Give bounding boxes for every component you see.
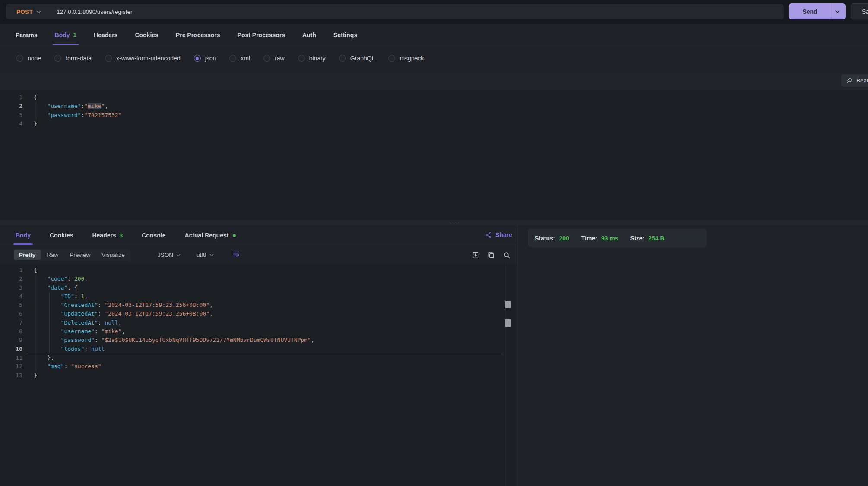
- code-line: 2 "username":"mike",: [0, 102, 868, 110]
- view-pretty[interactable]: Pretty: [14, 250, 41, 260]
- status-dot-icon: [233, 234, 236, 237]
- code-line: 4}: [0, 120, 868, 128]
- tab-response-cookies[interactable]: Cookies: [50, 225, 73, 245]
- radio-binary[interactable]: binary: [298, 55, 326, 62]
- code-line: 12 "msg": "success": [0, 362, 517, 371]
- code-text: }: [34, 120, 37, 128]
- line-number: 4: [0, 292, 22, 301]
- method-select[interactable]: POST: [6, 9, 49, 15]
- radio-graphql[interactable]: GraphQL: [339, 55, 375, 62]
- size-label: Size:: [630, 235, 645, 242]
- body-count-badge: 1: [73, 32, 77, 38]
- line-number: 1: [0, 93, 22, 102]
- send-button[interactable]: Send: [789, 3, 846, 19]
- code-text: },: [34, 353, 54, 362]
- chevron-down-icon: [36, 10, 41, 13]
- divider: [0, 245, 517, 245]
- tab-pre-processors[interactable]: Pre Processors: [176, 24, 220, 45]
- request-url-bar: POST 127.0.0.1:8090/users/register Send …: [0, 0, 868, 24]
- beautify-icon: [846, 77, 853, 84]
- code-text: "msg": "success": [34, 362, 101, 371]
- radio-icon: [339, 55, 346, 62]
- url-text[interactable]: 127.0.0.1:8090/users/register: [57, 9, 133, 15]
- save-label: Save: [862, 8, 868, 15]
- radio-json[interactable]: json: [194, 55, 216, 62]
- beautify-button[interactable]: Beautify: [841, 74, 868, 87]
- tab-post-processors[interactable]: Post Processors: [238, 24, 285, 45]
- line-number: 4: [0, 120, 22, 128]
- scrollbar-marker[interactable]: [505, 301, 511, 308]
- request-editor-toolbar: [0, 71, 868, 90]
- line-number: 1: [0, 266, 22, 275]
- code-line: 10 "todos": null: [0, 345, 517, 353]
- line-number: 6: [0, 309, 22, 318]
- line-number: 13: [0, 371, 22, 380]
- code-text: "ID": 1,: [34, 292, 88, 301]
- code-text: }: [34, 371, 37, 380]
- view-preview[interactable]: Preview: [64, 250, 95, 260]
- time-label: Time:: [581, 235, 597, 242]
- chevron-down-icon[interactable]: [835, 10, 840, 13]
- view-raw[interactable]: Raw: [41, 250, 63, 260]
- code-text: "CreatedAt": "2024-03-12T17:59:23.256+08…: [34, 301, 213, 309]
- code-text: "username":"mike",: [34, 102, 108, 110]
- status-value: 200: [559, 235, 569, 242]
- download-button[interactable]: [472, 252, 479, 260]
- radio-icon: [229, 55, 236, 62]
- tab-response-headers[interactable]: Headers 3: [92, 225, 123, 245]
- radio-none[interactable]: none: [16, 55, 41, 62]
- view-mode-switch: Pretty Raw Preview Visualize: [13, 249, 131, 261]
- method-label: POST: [16, 9, 33, 15]
- url-input[interactable]: POST 127.0.0.1:8090/users/register: [6, 4, 784, 19]
- scrollbar-track[interactable]: [505, 264, 506, 486]
- radio-icon: [263, 55, 270, 62]
- radio-xml[interactable]: xml: [229, 55, 250, 62]
- copy-button[interactable]: [488, 252, 495, 260]
- status-label: Status:: [535, 235, 555, 242]
- response-actions: [472, 252, 510, 260]
- search-button[interactable]: [503, 252, 510, 260]
- response-tabs: Body Cookies Headers 3 Console Actual Re…: [16, 225, 236, 245]
- beautify-label: Beautify: [856, 77, 868, 84]
- size-value: 254 B: [648, 235, 664, 242]
- tab-actual-request[interactable]: Actual Request: [184, 225, 236, 245]
- scrollbar-marker[interactable]: [505, 319, 511, 327]
- radio-raw[interactable]: raw: [263, 55, 285, 62]
- radio-msgpack[interactable]: msgpack: [388, 55, 424, 62]
- tab-body[interactable]: Body 1: [55, 24, 77, 45]
- chevron-down-icon: [209, 254, 214, 256]
- radio-icon: [105, 55, 112, 62]
- radio-form-data[interactable]: form-data: [54, 55, 92, 62]
- radio-icon: [298, 55, 305, 62]
- tab-auth[interactable]: Auth: [302, 24, 316, 45]
- line-number: 2: [0, 102, 22, 110]
- format-select[interactable]: JSON: [158, 249, 181, 261]
- word-wrap-toggle[interactable]: [232, 250, 240, 259]
- code-line: 1{: [0, 266, 517, 275]
- tab-response-body[interactable]: Body: [16, 225, 31, 245]
- share-icon: [485, 232, 492, 238]
- search-icon: [503, 252, 510, 259]
- tab-params[interactable]: Params: [16, 24, 38, 45]
- tab-settings[interactable]: Settings: [333, 24, 357, 45]
- radio-x-www-form-urlencoded[interactable]: x-www-form-urlencoded: [105, 55, 181, 62]
- view-visualize[interactable]: Visualize: [96, 250, 130, 260]
- code-line: 11 },: [0, 353, 517, 362]
- encoding-select[interactable]: utf8: [196, 249, 214, 261]
- splitter-handle[interactable]: ···: [0, 220, 868, 225]
- send-label: Send: [789, 8, 831, 15]
- code-line: 4 "ID": 1,: [0, 292, 517, 301]
- save-button[interactable]: Save: [851, 3, 868, 19]
- code-text: "todos": null: [34, 345, 105, 353]
- tab-headers[interactable]: Headers: [94, 24, 117, 45]
- time-value: 93 ms: [601, 235, 618, 242]
- request-body-editor[interactable]: 1{2 "username":"mike",3 "password":"7821…: [0, 90, 868, 220]
- tab-cookies[interactable]: Cookies: [135, 24, 158, 45]
- code-line: 8 "username": "mike",: [0, 327, 517, 336]
- tab-response-console[interactable]: Console: [142, 225, 165, 245]
- response-body-editor[interactable]: 1{2 "code": 200,3 "data": {4 "ID": 1,5 "…: [0, 264, 517, 486]
- share-label: Share: [495, 231, 512, 238]
- code-text: "code": 200,: [34, 275, 88, 283]
- line-number: 3: [0, 284, 22, 292]
- share-button[interactable]: Share: [485, 231, 512, 238]
